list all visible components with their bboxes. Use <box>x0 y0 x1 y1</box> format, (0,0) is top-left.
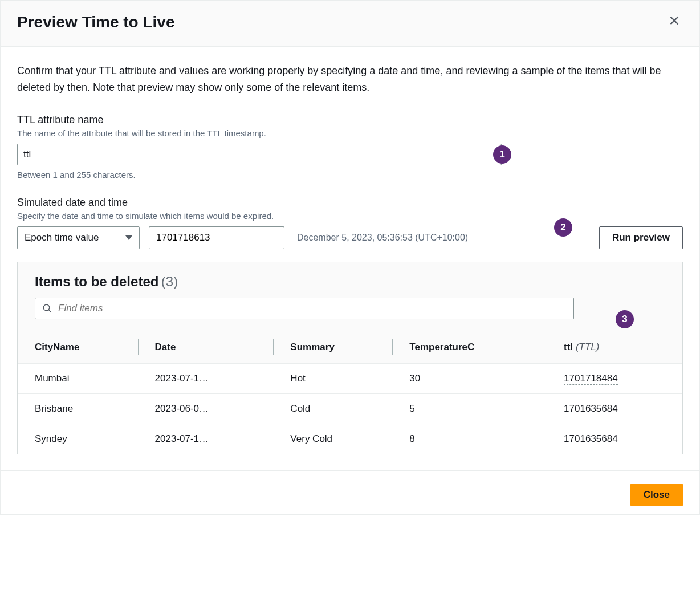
close-button[interactable]: Close <box>630 484 683 506</box>
time-mode-value: Epoch time value <box>25 232 99 243</box>
cell-ttl: 1701718484 <box>547 363 682 393</box>
svg-line-3 <box>48 310 51 312</box>
table-row[interactable]: Syndey2023-07-1…Very Cold81701635684 <box>18 424 682 454</box>
cell-cityname: Mumbai <box>18 363 138 393</box>
svg-point-2 <box>43 304 50 311</box>
cell-date: 2023-07-1… <box>138 424 274 454</box>
ttl-attribute-field: TTL attribute name The name of the attri… <box>17 114 683 180</box>
results-table: CityName Date Summary TemperatureC ttl (… <box>18 331 682 454</box>
callout-3: 3 <box>616 310 634 328</box>
search-box[interactable] <box>35 298 574 319</box>
epoch-value-input[interactable] <box>149 226 284 249</box>
cell-summary: Hot <box>273 363 392 393</box>
search-icon <box>42 303 52 314</box>
cell-date: 2023-06-0… <box>138 393 274 424</box>
items-to-delete-panel: Items to be deleted (3) 3 CityName Date … <box>17 262 683 454</box>
ttl-attribute-constraint: Between 1 and 255 characters. <box>17 170 683 180</box>
cell-ttl: 1701635684 <box>547 424 682 454</box>
cell-temperaturec: 30 <box>392 363 547 393</box>
panel-title: Items to be deleted <box>35 274 158 289</box>
callout-2: 2 <box>554 218 572 237</box>
callout-1: 1 <box>493 145 511 164</box>
chevron-down-icon <box>125 235 132 240</box>
search-input[interactable] <box>58 303 567 314</box>
close-icon[interactable] <box>666 12 683 33</box>
modal-description: Confirm that your TTL attribute and valu… <box>17 63 683 96</box>
col-cityname[interactable]: CityName <box>18 331 138 363</box>
ttl-attribute-help: The name of the attribute that will be s… <box>17 128 683 138</box>
cell-summary: Very Cold <box>273 424 392 454</box>
time-mode-select[interactable]: Epoch time value <box>17 226 140 249</box>
table-row[interactable]: Mumbai2023-07-1…Hot301701718484 <box>18 363 682 393</box>
cell-cityname: Syndey <box>18 424 138 454</box>
ttl-attribute-label: TTL attribute name <box>17 114 683 126</box>
col-summary[interactable]: Summary <box>273 331 392 363</box>
modal-body: Confirm that your TTL attribute and valu… <box>1 47 699 470</box>
cell-temperaturec: 8 <box>392 424 547 454</box>
modal-header: Preview Time to Live <box>1 1 699 47</box>
cell-temperaturec: 5 <box>392 393 547 424</box>
cell-date: 2023-07-1… <box>138 363 274 393</box>
panel-header: Items to be deleted (3) <box>18 262 682 290</box>
modal-title: Preview Time to Live <box>17 13 175 31</box>
cell-summary: Cold <box>273 393 392 424</box>
ttl-preview-modal: Preview Time to Live Confirm that your T… <box>0 0 700 515</box>
table-row[interactable]: Brisbane2023-06-0…Cold51701635684 <box>18 393 682 424</box>
simulated-datetime-help: Specify the date and time to simulate wh… <box>17 211 683 221</box>
simulated-datetime-field: Simulated date and time Specify the date… <box>17 197 683 249</box>
run-preview-button[interactable]: Run preview <box>599 226 683 249</box>
cell-cityname: Brisbane <box>18 393 138 424</box>
table-header-row: CityName Date Summary TemperatureC ttl (… <box>18 331 682 363</box>
cell-ttl: 1701635684 <box>547 393 682 424</box>
ttl-attribute-input[interactable] <box>17 144 502 165</box>
col-date[interactable]: Date <box>138 331 274 363</box>
col-ttl[interactable]: ttl (TTL) <box>547 331 682 363</box>
col-temperaturec[interactable]: TemperatureC <box>392 331 547 363</box>
formatted-timestamp: December 5, 2023, 05:36:53 (UTC+10:00) <box>297 233 468 243</box>
panel-count: (3) <box>161 274 178 289</box>
simulated-datetime-label: Simulated date and time <box>17 197 683 209</box>
modal-footer: Close <box>1 470 699 514</box>
